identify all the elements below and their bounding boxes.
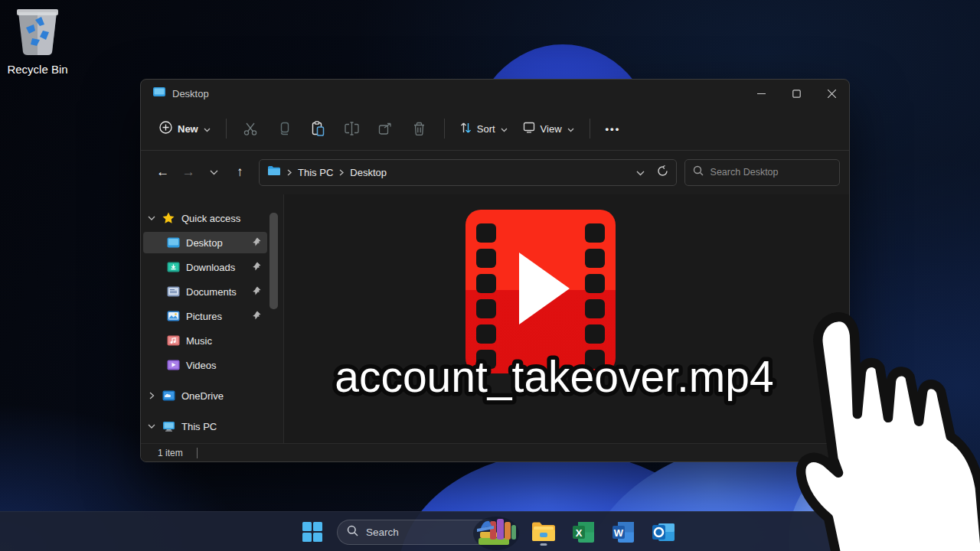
forward-button[interactable]: → (176, 160, 202, 184)
plus-circle-icon (159, 121, 172, 136)
word-icon: W (612, 521, 635, 543)
desktop-folder-icon (165, 237, 181, 248)
title-bar[interactable]: Desktop (141, 80, 849, 107)
pin-icon (252, 286, 261, 298)
taskbar-excel[interactable]: X (568, 517, 599, 547)
start-button[interactable] (297, 517, 328, 547)
quick-access-label: Quick access (181, 213, 240, 224)
pictures-folder-icon (165, 311, 181, 321)
share-button[interactable] (369, 116, 403, 142)
toolbar-separator (444, 119, 445, 139)
toolbar-separator (226, 119, 227, 139)
back-button[interactable]: ← (150, 160, 176, 184)
taskbar-search-box[interactable]: Search (337, 520, 499, 545)
sidebar-item-music[interactable]: Music (143, 330, 267, 351)
sidebar-item-quick-access[interactable]: Quick access (143, 207, 267, 229)
sidebar-scrollbar[interactable] (270, 213, 278, 309)
sidebar-item-downloads[interactable]: Downloads (143, 256, 267, 278)
pin-icon (252, 262, 261, 273)
sidebar-item-desktop[interactable]: Desktop (143, 232, 267, 253)
sidebar-item-label: OneDrive (181, 390, 224, 402)
item-count: 1 item (158, 448, 183, 458)
sidebar-item-label: Music (186, 335, 212, 347)
address-dropdown-chevron[interactable] (636, 165, 645, 179)
maximize-button[interactable] (779, 80, 814, 107)
rename-button[interactable] (335, 116, 369, 142)
chevron-down-icon (143, 216, 160, 221)
search-icon (693, 165, 704, 179)
new-button[interactable]: New (152, 116, 218, 142)
video-file-item[interactable] (464, 208, 617, 378)
documents-folder-icon (165, 286, 181, 297)
minimize-button[interactable] (743, 80, 779, 107)
breadcrumb-chevron (339, 165, 344, 179)
close-button[interactable] (814, 80, 849, 107)
breadcrumb-chevron (287, 165, 292, 179)
window-title: Desktop (172, 88, 209, 99)
star-icon (160, 212, 177, 224)
up-button[interactable]: ↑ (227, 160, 253, 184)
video-file-icon (464, 208, 617, 375)
view-grid-icon (523, 122, 535, 135)
excel-icon: X (572, 521, 595, 543)
this-pc-icon (160, 421, 177, 432)
sidebar-item-label: Documents (186, 286, 237, 298)
search-input[interactable] (710, 167, 825, 178)
file-explorer-icon (531, 520, 557, 543)
sidebar-item-label: Desktop (186, 237, 223, 249)
recycle-bin-shortcut[interactable]: Recycle Bin (5, 6, 70, 76)
pin-icon (252, 311, 261, 322)
winrar-icon[interactable] (472, 515, 520, 551)
sidebar-item-pictures[interactable]: Pictures (143, 305, 267, 327)
breadcrumb-desktop[interactable]: Desktop (350, 167, 387, 178)
sort-button[interactable]: Sort (452, 116, 515, 142)
navigation-bar: ← → ↑ This PC Desktop (141, 151, 849, 194)
onedrive-icon (160, 390, 177, 401)
more-options-button[interactable]: ••• (598, 118, 629, 140)
refresh-icon[interactable] (657, 165, 668, 180)
sidebar-item-label: This PC (181, 421, 217, 432)
sort-arrows-icon (460, 122, 472, 136)
search-box[interactable] (684, 159, 840, 186)
sidebar-item-videos[interactable]: Videos (143, 354, 267, 376)
music-folder-icon (165, 335, 181, 346)
taskbar-word[interactable]: W (608, 517, 639, 547)
taskbar-search-label: Search (366, 527, 399, 538)
pin-icon (252, 237, 261, 249)
chevron-down-icon (567, 123, 574, 135)
taskbar-outlook[interactable] (648, 517, 678, 547)
sidebar-item-label: Downloads (186, 262, 235, 273)
chevron-down-icon (204, 123, 211, 135)
paste-button[interactable] (302, 116, 335, 142)
recent-locations-button[interactable] (201, 160, 227, 184)
copy-button[interactable] (268, 116, 302, 142)
desktop-folder-icon (153, 86, 166, 101)
navigation-pane: Quick access Desktop Downloads Doc (141, 194, 282, 443)
breadcrumb-this-pc[interactable]: This PC (298, 167, 333, 178)
chevron-right-icon (143, 392, 160, 399)
chevron-down-icon (501, 123, 508, 135)
recycle-bin-icon (14, 46, 61, 59)
delete-button[interactable] (403, 116, 436, 142)
status-separator (197, 448, 198, 458)
chevron-down-icon (143, 424, 160, 429)
taskbar-file-explorer[interactable] (528, 517, 559, 547)
address-bar[interactable]: This PC Desktop (259, 159, 677, 186)
folder-content-area[interactable] (284, 194, 849, 443)
sidebar-item-label: Videos (186, 360, 217, 371)
search-icon (347, 525, 358, 540)
sidebar-item-onedrive[interactable]: OneDrive (143, 385, 267, 406)
toolbar-separator (590, 119, 590, 139)
sidebar-item-this-pc[interactable]: This PC (143, 416, 267, 437)
view-button[interactable]: View (515, 116, 582, 141)
sidebar-item-label: Pictures (186, 311, 222, 322)
sidebar-item-documents[interactable]: Documents (143, 281, 267, 302)
status-bar: 1 item (141, 443, 849, 461)
cut-button[interactable] (234, 116, 268, 142)
view-button-label: View (541, 123, 562, 135)
recycle-bin-label: Recycle Bin (5, 63, 70, 76)
outlook-icon (652, 521, 675, 543)
file-explorer-window: Desktop New (140, 79, 850, 462)
location-folder-icon (267, 165, 281, 179)
hand-cursor-graphic (772, 303, 980, 551)
